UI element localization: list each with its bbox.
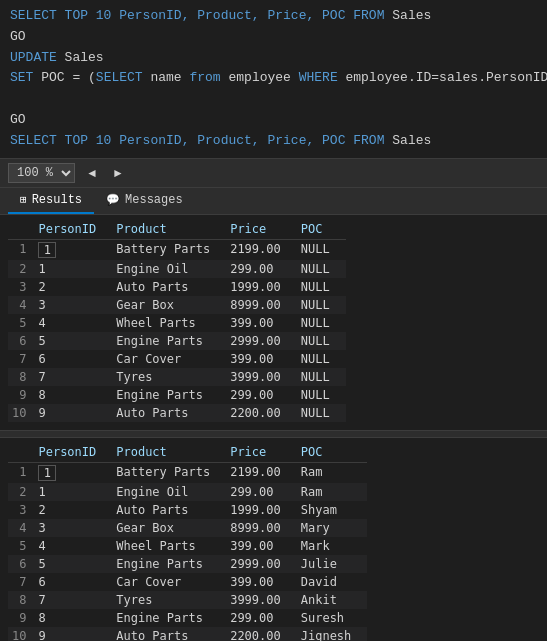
table1-wrapper: PersonID Product Price POC 1 1 Battery P… xyxy=(0,215,547,430)
cell-product: Engine Parts xyxy=(112,609,226,627)
code-token: SELECT xyxy=(96,68,143,89)
cell-poc: NULL xyxy=(297,350,346,368)
cell-poc: Julie xyxy=(297,555,368,573)
code-token: SELECT TOP 10 PersonID, Product, Price, … xyxy=(10,131,353,152)
cell-price: 2199.00 xyxy=(226,462,297,483)
table-row: 4 3 Gear Box 8999.00 NULL xyxy=(8,296,346,314)
tabs-bar: ⊞ Results 💬 Messages xyxy=(0,188,547,215)
cell-poc: Jignesh xyxy=(297,627,368,641)
scroll-left-button[interactable]: ◄ xyxy=(83,165,101,181)
cell-product: Engine Parts xyxy=(112,555,226,573)
row-num: 8 xyxy=(8,591,34,609)
cell-product: Auto Parts xyxy=(112,501,226,519)
row-num: 2 xyxy=(8,483,34,501)
cell-poc: Ram xyxy=(297,462,368,483)
cell-personid: 1 xyxy=(34,239,112,260)
code-token: POC = ( xyxy=(33,68,95,89)
code-token: SELECT TOP 10 PersonID, Product, Price, … xyxy=(10,6,353,27)
cell-poc: NULL xyxy=(297,260,346,278)
cell-price: 299.00 xyxy=(226,609,297,627)
cell-price: 3999.00 xyxy=(226,368,297,386)
table2-col-personid: PersonID xyxy=(34,442,112,463)
table-row: 1 1 Battery Parts 2199.00 Ram xyxy=(8,462,367,483)
cell-product: Tyres xyxy=(112,368,226,386)
table-row: 3 2 Auto Parts 1999.00 Shyam xyxy=(8,501,367,519)
cell-poc: NULL xyxy=(297,404,346,422)
cell-personid: 1 xyxy=(34,483,112,501)
cell-price: 299.00 xyxy=(226,483,297,501)
table2-col-price: Price xyxy=(226,442,297,463)
code-token: Sales xyxy=(384,131,431,152)
code-token: name xyxy=(143,68,190,89)
cell-poc: Mark xyxy=(297,537,368,555)
cell-product: Engine Parts xyxy=(112,386,226,404)
cell-personid: 7 xyxy=(34,368,112,386)
scroll-right-button[interactable]: ► xyxy=(109,165,127,181)
tab-results-label: Results xyxy=(32,193,82,207)
cell-personid: 3 xyxy=(34,296,112,314)
table-row: 5 4 Wheel Parts 399.00 NULL xyxy=(8,314,346,332)
cell-product: Gear Box xyxy=(112,519,226,537)
code-token xyxy=(10,89,18,110)
cell-poc: Suresh xyxy=(297,609,368,627)
table-row: 7 6 Car Cover 399.00 NULL xyxy=(8,350,346,368)
cell-product: Tyres xyxy=(112,591,226,609)
row-num: 9 xyxy=(8,609,34,627)
cell-highlight-box: 1 xyxy=(38,465,56,481)
table1-col-product: Product xyxy=(112,219,226,240)
code-line-6: GO xyxy=(10,110,547,131)
row-num: 5 xyxy=(8,537,34,555)
cell-price: 8999.00 xyxy=(226,519,297,537)
cell-poc: David xyxy=(297,573,368,591)
cell-price: 2200.00 xyxy=(226,404,297,422)
cell-personid: 2 xyxy=(34,278,112,296)
cell-poc: NULL xyxy=(297,239,346,260)
tab-results[interactable]: ⊞ Results xyxy=(8,188,94,214)
code-editor: SELECT TOP 10 PersonID, Product, Price, … xyxy=(0,0,547,159)
row-num: 7 xyxy=(8,350,34,368)
table-row: 9 8 Engine Parts 299.00 NULL xyxy=(8,386,346,404)
table-row: 8 7 Tyres 3999.00 Ankit xyxy=(8,591,367,609)
tab-messages-label: Messages xyxy=(125,193,183,207)
cell-personid: 8 xyxy=(34,386,112,404)
code-line-7: SELECT TOP 10 PersonID, Product, Price, … xyxy=(10,131,547,152)
table-row: 8 7 Tyres 3999.00 NULL xyxy=(8,368,346,386)
tab-messages[interactable]: 💬 Messages xyxy=(94,188,195,214)
table2-header-row: PersonID Product Price POC xyxy=(8,442,367,463)
row-num: 8 xyxy=(8,368,34,386)
code-token: FROM xyxy=(353,6,384,27)
cell-product: Car Cover xyxy=(112,573,226,591)
cell-personid: 9 xyxy=(34,404,112,422)
cell-product: Battery Parts xyxy=(112,462,226,483)
results-panel: ⊞ Results 💬 Messages PersonID Product Pr… xyxy=(0,188,547,641)
cell-product: Gear Box xyxy=(112,296,226,314)
row-num: 6 xyxy=(8,332,34,350)
cell-poc: Shyam xyxy=(297,501,368,519)
cell-highlight-box: 1 xyxy=(38,242,56,258)
cell-product: Engine Oil xyxy=(112,483,226,501)
cell-personid: 3 xyxy=(34,519,112,537)
cell-poc: NULL xyxy=(297,332,346,350)
cell-product: Battery Parts xyxy=(112,239,226,260)
table-row: 9 8 Engine Parts 299.00 Suresh xyxy=(8,609,367,627)
row-num: 3 xyxy=(8,278,34,296)
cell-personid: 5 xyxy=(34,555,112,573)
cell-product: Engine Oil xyxy=(112,260,226,278)
code-token: Sales xyxy=(384,6,431,27)
code-token: employee xyxy=(221,68,299,89)
cell-product: Auto Parts xyxy=(112,627,226,641)
code-line-2: GO xyxy=(10,27,547,48)
table-separator xyxy=(0,430,547,438)
cell-poc: NULL xyxy=(297,314,346,332)
code-token: WHERE xyxy=(299,68,338,89)
cell-poc: NULL xyxy=(297,296,346,314)
zoom-select[interactable]: 100 % 75 % 125 % 150 % xyxy=(8,163,75,183)
table1-col-rownum xyxy=(8,219,34,240)
code-token: SET xyxy=(10,68,33,89)
table2-col-rownum xyxy=(8,442,34,463)
table-row: 5 4 Wheel Parts 399.00 Mark xyxy=(8,537,367,555)
cell-product: Wheel Parts xyxy=(112,537,226,555)
table1: PersonID Product Price POC 1 1 Battery P… xyxy=(8,219,346,422)
code-line-5 xyxy=(10,89,547,110)
cell-poc: Mary xyxy=(297,519,368,537)
